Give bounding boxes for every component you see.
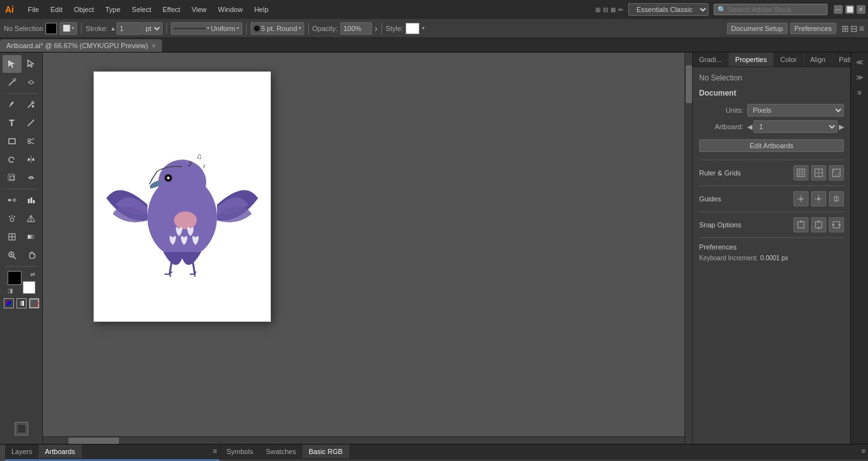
preferences-button[interactable]: Preferences [790,23,836,34]
warp-tool[interactable] [22,169,40,187]
scissor-tool[interactable] [22,132,40,150]
document-tab-name: Artboard.ai* @ 66.67% (CMYK/GPU Preview) [6,42,148,49]
canvas-area[interactable]: ♪ ♫ ♪ [43,53,692,444]
artboard-next-arrow[interactable]: ▶ [839,123,844,131]
svg-rect-35 [17,424,26,433]
menu-view[interactable]: View [187,3,212,16]
stroke-unit-select[interactable]: pt [142,22,163,35]
swap-colors-icon[interactable]: ⇄ [30,271,35,277]
lasso-tool[interactable] [22,73,40,91]
document-tab-close[interactable]: × [152,42,156,49]
default-colors-icon[interactable]: ◨ [8,287,13,294]
align-right-icon[interactable]: ⊟ [850,23,858,34]
layers-tab[interactable]: Layers [5,445,39,458]
menu-effect[interactable]: Effect [158,3,185,16]
perspective-tool[interactable] [22,210,40,227]
column-chart-tool[interactable] [22,191,40,209]
fill-type-dropdown[interactable]: ⬜ ▾ [59,22,77,35]
vertical-scrollbar[interactable] [685,53,692,444]
document-tab[interactable]: Artboard.ai* @ 66.67% (CMYK/GPU Preview)… [0,39,162,52]
collapse-panel-icon[interactable]: ≪ [853,55,867,69]
stroke-line-dropdown[interactable]: ▾ Uniform ▾ [171,22,242,35]
svg-point-1 [13,79,16,81]
workspace-selector[interactable]: Essentials Classic [628,3,709,16]
pen-tool[interactable] [3,96,22,113]
none-mode-icon[interactable] [29,298,39,308]
menu-edit[interactable]: Edit [46,3,68,16]
menu-object[interactable]: Object [69,3,99,16]
stroke-color-swatch[interactable] [23,281,35,294]
symbols-tab[interactable]: Symbols [220,445,259,458]
tab-color[interactable]: Color [774,53,803,66]
tab-align[interactable]: Align [804,53,833,66]
tab-gradient[interactable]: Gradi... [693,53,729,66]
arrange-icon[interactable]: ⊞ [841,23,849,34]
artboard-prev-arrow[interactable]: ◀ [747,123,752,131]
panel-menu-icon[interactable]: ≡ [853,85,867,99]
type-tool[interactable]: T [3,114,22,132]
symbol-sprayer-tool[interactable] [3,210,22,227]
fill-color-swatch[interactable] [8,271,22,285]
scale-tool[interactable] [3,169,22,187]
gradient-tool[interactable] [22,228,40,246]
color-mode-row [4,298,39,308]
style-dropdown-arrow[interactable]: ▾ [422,25,425,31]
restore-button[interactable]: ⬜ [845,5,854,14]
rect-tool[interactable] [3,132,22,150]
minimize-button[interactable]: — [834,5,843,14]
guide-icon-1[interactable] [793,191,809,206]
reflect-tool[interactable] [22,151,40,168]
horizontal-scrollbar[interactable] [43,436,685,444]
selection-tool[interactable] [3,55,22,73]
magic-wand-tool[interactable] [3,73,22,91]
snap-icon-2[interactable] [811,217,826,232]
swatches-tab[interactable]: Swatches [259,445,302,458]
close-button[interactable]: ✕ [857,5,865,14]
color-mode-icon[interactable] [4,298,14,308]
artboard-select[interactable]: 1 [753,120,838,133]
add-anchor-tool[interactable] [22,96,40,113]
opacity-input[interactable] [340,22,372,35]
panel-resize-handle[interactable] [0,445,5,461]
layers-tab-bar: Layers Artboards ≡ [5,445,220,459]
tab-properties[interactable]: Properties [729,53,774,66]
menu-help[interactable]: Help [249,3,274,16]
bottom-panel-menu[interactable]: ≡ [859,445,868,458]
mesh-tool[interactable] [3,228,22,246]
blend-tool[interactable] [3,191,22,209]
guide-icon-2[interactable] [811,191,826,206]
snap-icon-1[interactable] [793,217,809,232]
search-adobe-stock[interactable] [714,4,828,15]
stroke-width-input[interactable] [116,22,142,35]
h-scroll-thumb[interactable] [68,438,119,444]
svg-rect-29 [28,235,34,239]
style-swatch[interactable] [406,23,419,34]
menu-select[interactable]: Select [127,3,156,16]
hand-tool[interactable] [22,246,40,264]
gradient-mode-icon[interactable] [16,298,27,308]
brush-dropdown[interactable]: 5 pt. Round ▾ [251,22,304,35]
guide-icon-3[interactable] [829,191,844,206]
rotate-tool[interactable] [3,151,22,168]
fill-swatch[interactable] [46,23,57,34]
layers-panel-menu[interactable]: ≡ [211,445,220,458]
line-tool[interactable] [22,114,40,132]
units-select[interactable]: Pixels [747,104,844,117]
ruler-icon-3[interactable] [829,165,844,180]
panel-options-icon[interactable]: ≡ [859,23,864,34]
zoom-tool[interactable] [3,246,22,264]
ruler-icon-2[interactable] [811,165,826,180]
ruler-icon-1[interactable] [793,165,809,180]
direct-selection-tool[interactable] [22,55,40,73]
document-setup-button[interactable]: Document Setup [727,23,788,34]
menu-window[interactable]: Window [213,3,248,16]
artboard-tool-btn[interactable] [10,417,33,441]
artboards-tab[interactable]: Artboards [39,445,82,458]
menu-file[interactable]: File [23,3,44,16]
expand-panel-icon[interactable]: ≫ [853,70,867,84]
edit-artboards-button[interactable]: Edit Artboards [699,139,844,152]
menu-type[interactable]: Type [101,3,126,16]
snap-icon-3[interactable] [829,217,844,232]
basic-rgb-tab[interactable]: Basic RGB [302,445,349,458]
v-scroll-thumb[interactable] [686,65,692,103]
